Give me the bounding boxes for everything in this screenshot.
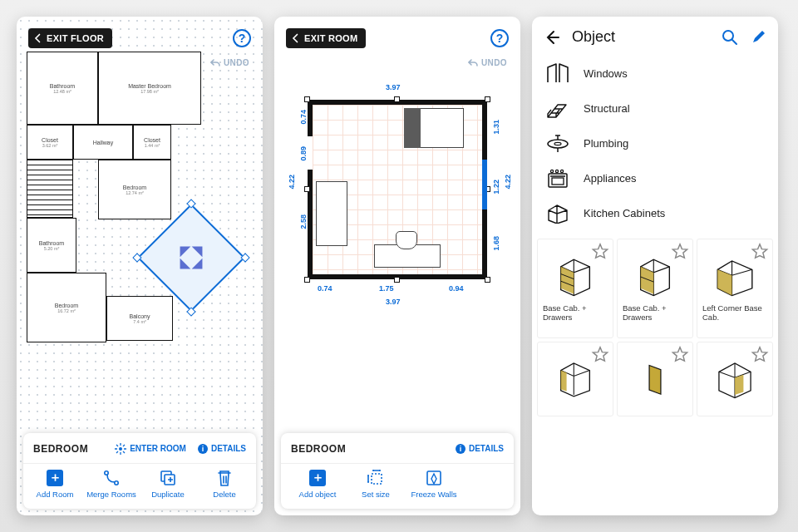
exit-floor-label: EXIT FLOOR [47, 33, 104, 43]
object-tile[interactable]: Base Cab. + Drawers [537, 239, 613, 338]
help-button[interactable]: ? [233, 29, 251, 47]
room-closet-1[interactable]: Closet3.62 m² [27, 125, 73, 160]
object-picker-screen: Object Windows Structural Plumbing Appli… [532, 17, 778, 515]
dim-left-a[interactable]: 0.74 [299, 110, 308, 125]
favorite-icon[interactable] [751, 346, 769, 364]
add-object-button[interactable]: ＋ Add object [293, 469, 342, 499]
svg-rect-11 [552, 178, 564, 185]
dim-top[interactable]: 3.97 [386, 83, 401, 91]
tile-label: Left Corner Base Cab. [697, 298, 772, 323]
window-marker[interactable] [482, 160, 487, 209]
room-bedroom-2[interactable]: Bedroom16.72 m² [27, 273, 106, 342]
object-tile[interactable] [537, 342, 613, 416]
object-tile[interactable]: Base Cab. + Drawers [617, 239, 693, 338]
undo-icon [210, 59, 220, 67]
stairs [27, 160, 73, 218]
dim-bot-outer[interactable]: 3.97 [386, 298, 401, 306]
tile-label: Base Cab. + Drawers [538, 298, 613, 323]
wall-handle[interactable] [394, 277, 400, 283]
object-tile[interactable] [697, 342, 773, 416]
plumbing-icon [544, 132, 571, 154]
room-master-bedroom[interactable]: Master Bedroom17.98 m² [98, 52, 201, 125]
category-kitchen-cabinets[interactable]: Kitchen Cabinets [544, 195, 766, 230]
details-button[interactable]: i DETAILS [456, 444, 504, 454]
svg-point-2 [115, 480, 118, 484]
set-size-icon [367, 469, 385, 487]
corner-cabinet-icon [713, 255, 756, 298]
furniture-sofa[interactable] [316, 181, 347, 246]
edit-icon[interactable] [751, 29, 766, 44]
dim-right-c[interactable]: 1.68 [492, 236, 500, 251]
favorite-icon[interactable] [671, 346, 689, 364]
wall-handle[interactable] [485, 96, 490, 102]
wall-handle[interactable] [304, 186, 310, 192]
dim-left-c[interactable]: 2.58 [299, 214, 308, 229]
svg-point-12 [550, 170, 553, 172]
duplicate-button[interactable]: Duplicate [143, 469, 193, 499]
wall-handle[interactable] [304, 277, 310, 283]
enter-room-button[interactable]: ENTER ROOM [115, 443, 186, 455]
details-button[interactable]: i DETAILS [198, 444, 246, 454]
wall-handle[interactable] [394, 96, 400, 102]
cabinet-drawers-icon [554, 255, 597, 298]
category-windows[interactable]: Windows [544, 56, 766, 91]
trash-icon [216, 469, 233, 487]
wall-handle[interactable] [485, 277, 490, 283]
help-button[interactable]: ? [490, 29, 509, 47]
room-plan[interactable] [308, 100, 487, 279]
category-appliances[interactable]: Appliances [544, 160, 766, 195]
freeze-walls-button[interactable]: Freeze Walls [409, 469, 459, 499]
favorite-icon[interactable] [671, 243, 689, 261]
set-size-button[interactable]: Set size [351, 469, 401, 499]
svg-point-7 [723, 31, 733, 41]
svg-point-13 [555, 170, 558, 172]
svg-point-1 [105, 470, 108, 474]
favorite-icon[interactable] [591, 346, 609, 364]
back-arrow-icon[interactable] [544, 29, 560, 46]
info-icon: i [198, 444, 208, 454]
furniture-chair[interactable] [396, 231, 417, 249]
dim-bot-a[interactable]: 0.74 [318, 284, 332, 293]
chevron-left-icon [33, 33, 43, 43]
exit-floor-button[interactable]: EXIT FLOOR [28, 28, 112, 48]
exit-room-button[interactable]: EXIT ROOM [286, 28, 366, 48]
dim-right-b[interactable]: 1.22 [492, 180, 500, 195]
wall-handle[interactable] [304, 96, 310, 102]
delete-button[interactable]: Delete [200, 469, 249, 499]
room-sheet: BEDROOM ENTER ROOM i DETAILS ＋ Add Room … [23, 433, 256, 509]
undo-button[interactable]: UNDO [210, 58, 249, 67]
dim-right-a[interactable]: 1.31 [492, 120, 500, 135]
category-list: Windows Structural Plumbing Appliances K… [532, 52, 778, 239]
room-bathroom-1[interactable]: Bathroom12.48 m² [27, 52, 98, 125]
dim-right-outer[interactable]: 4.22 [504, 175, 512, 190]
chevron-left-icon [291, 33, 301, 43]
undo-button[interactable]: UNDO [468, 58, 507, 67]
enter-room-icon [115, 443, 126, 455]
structural-icon [544, 97, 571, 119]
merge-rooms-button[interactable]: Merge Rooms [86, 469, 136, 499]
svg-point-14 [560, 170, 563, 172]
category-plumbing[interactable]: Plumbing [544, 126, 766, 160]
category-structural[interactable]: Structural [544, 91, 766, 126]
favorite-icon[interactable] [751, 243, 769, 261]
room-closet-2[interactable]: Closet1.44 m² [133, 125, 171, 160]
room-balcony[interactable]: Balcony7.4 m² [106, 296, 173, 341]
search-icon[interactable] [722, 29, 738, 46]
object-tile[interactable]: Left Corner Base Cab. [697, 239, 773, 338]
dim-bot-c[interactable]: 0.94 [449, 284, 464, 293]
room-bathroom-2[interactable]: Bathroom5.20 m² [27, 218, 76, 273]
dim-bot-b[interactable]: 1.75 [379, 284, 394, 293]
room-bedroom-1[interactable]: Bedroom12.74 m² [98, 160, 171, 219]
room-hallway[interactable]: Hallway [73, 125, 133, 160]
add-room-button[interactable]: ＋ Add Room [30, 469, 80, 499]
page-title: Object [572, 28, 615, 46]
favorite-icon[interactable] [591, 243, 609, 261]
dim-left-b[interactable]: 0.89 [299, 146, 308, 161]
door-marker[interactable] [308, 135, 313, 171]
dim-left-outer[interactable]: 4.22 [288, 175, 296, 190]
room-editor-screen: EXIT ROOM ? UNDO 3.97 4.22 4.22 0.74 0.8… [274, 17, 520, 515]
undo-icon [468, 59, 478, 67]
windows-icon [544, 62, 571, 84]
appliances-icon [545, 167, 570, 189]
object-tile[interactable] [617, 342, 693, 416]
